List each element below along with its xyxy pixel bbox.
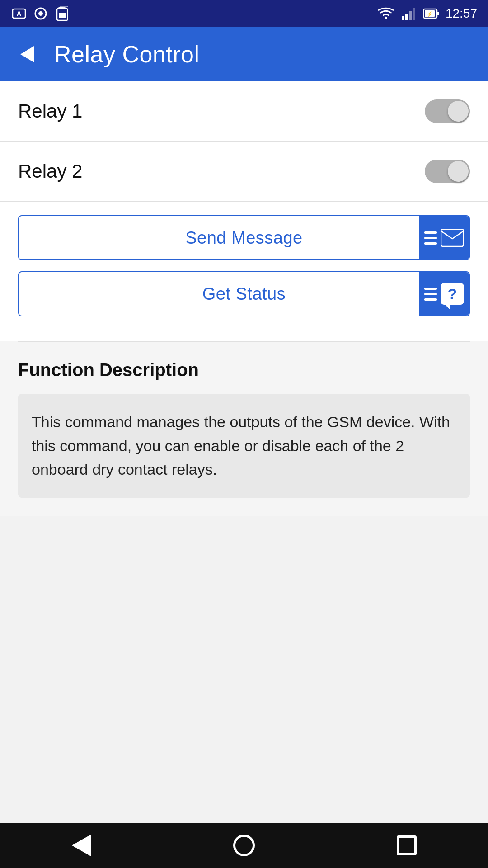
back-arrow-icon — [20, 46, 34, 62]
app-bar: Relay Control — [0, 27, 488, 81]
get-status-label: Get Status — [19, 284, 469, 304]
battery-icon: ⚡ — [423, 5, 439, 22]
svg-rect-6 — [59, 13, 66, 18]
send-message-icon-area — [419, 216, 469, 259]
nav-recents-button[interactable] — [389, 827, 425, 863]
nav-back-icon — [72, 835, 91, 856]
status-bar: A — [0, 0, 488, 27]
svg-rect-16 — [441, 229, 464, 246]
function-description-box: This command manages the outputs of the … — [18, 394, 470, 498]
question-icon: ? — [441, 283, 464, 305]
nav-back-button[interactable] — [63, 827, 99, 863]
relay-2-toggle[interactable] — [425, 160, 470, 183]
nav-home-icon — [233, 835, 255, 856]
envelope-icon — [441, 229, 464, 247]
back-button[interactable] — [14, 41, 41, 68]
function-description-text: This command manages the outputs of the … — [32, 410, 456, 481]
function-description-section: Function Description This command manage… — [0, 342, 488, 516]
function-description-title: Function Description — [18, 360, 470, 380]
svg-rect-9 — [405, 14, 408, 20]
relay-2-row: Relay 2 — [0, 142, 488, 202]
relay-1-toggle-thumb — [448, 101, 469, 122]
sim-icon — [54, 5, 70, 22]
svg-rect-13 — [437, 12, 439, 15]
nav-bar — [0, 823, 488, 868]
lines-icon-2 — [424, 288, 437, 301]
status-icons-right: ⚡ 12:57 — [378, 5, 477, 22]
signal-icon — [400, 5, 417, 22]
wifi-icon — [378, 5, 394, 22]
lines-icon — [424, 231, 437, 245]
svg-point-7 — [385, 17, 387, 19]
get-status-icon-area: ? — [419, 272, 469, 316]
buttons-section: Send Message Get Status — [0, 202, 488, 341]
svg-rect-8 — [402, 16, 404, 20]
status-time: 12:57 — [446, 6, 477, 21]
send-message-button[interactable]: Send Message — [18, 215, 470, 260]
relay-2-label: Relay 2 — [18, 160, 82, 182]
get-status-button[interactable]: Get Status ? — [18, 271, 470, 316]
status-icons-left: A — [11, 5, 70, 22]
main-content: Relay 1 Relay 2 Send Message — [0, 81, 488, 516]
relay-1-row: Relay 1 — [0, 81, 488, 142]
svg-text:⚡: ⚡ — [427, 11, 433, 17]
nav-recents-icon — [397, 835, 417, 855]
relay-1-label: Relay 1 — [18, 100, 82, 122]
send-message-label: Send Message — [19, 228, 469, 248]
page-title: Relay Control — [54, 41, 200, 68]
svg-rect-11 — [413, 8, 415, 20]
svg-rect-10 — [409, 11, 412, 20]
svg-point-3 — [38, 11, 43, 16]
relay-2-toggle-thumb — [448, 161, 469, 182]
keyboard-icon: A — [11, 5, 27, 22]
svg-text:A: A — [17, 10, 21, 17]
nav-home-button[interactable] — [226, 827, 262, 863]
relay-1-toggle[interactable] — [425, 99, 470, 123]
sync-icon — [33, 5, 49, 22]
